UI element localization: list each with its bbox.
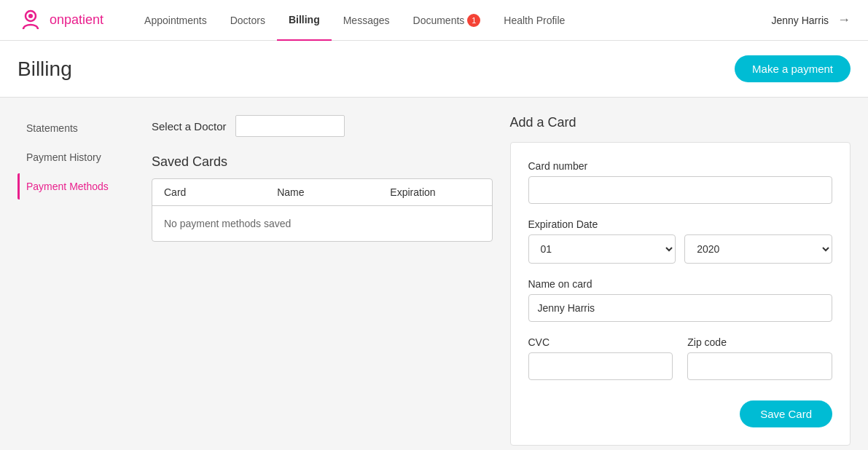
cards-table-empty: No payment methods saved [152,206,492,241]
save-card-button[interactable]: Save Card [740,400,832,427]
header-right: Jenny Harris → [771,12,851,28]
saved-cards-title: Saved Cards [152,154,493,170]
name-on-card-group: Name on card [528,278,833,322]
card-number-group: Card number [528,160,833,204]
content: Statements Payment History Payment Metho… [0,98,868,450]
card-number-input[interactable] [528,176,833,204]
left-panel: Select a Doctor Saved Cards Card Name Ex… [152,115,493,446]
expiration-group: Expiration Date 01 02 03 04 05 06 07 08 … [528,218,833,264]
user-name: Jenny Harris [771,15,829,26]
logo-icon [17,7,44,33]
cards-table: Card Name Expiration No payment methods … [152,178,493,242]
logout-icon[interactable]: → [837,12,851,28]
expiration-month-select[interactable]: 01 02 03 04 05 06 07 08 09 10 11 12 [528,234,676,264]
zip-code-label: Zip code [687,336,832,348]
cvc-zip-row: CVC Zip code [528,336,833,380]
documents-badge: 1 [467,14,480,27]
zip-code-input[interactable] [687,352,832,380]
make-payment-button[interactable]: Make a payment [735,55,851,82]
logo[interactable]: onpatient [17,7,103,33]
expiration-label: Expiration Date [528,218,833,230]
nav-documents[interactable]: Documents 1 [402,0,493,41]
zip-group: Zip code [687,336,832,380]
cvc-label: CVC [528,336,673,348]
cvc-zip-group: CVC Zip code [528,336,833,380]
col-expiration: Expiration [378,179,491,205]
nav-doctors[interactable]: Doctors [219,0,277,41]
sidebar-item-payment-methods[interactable]: Payment Methods [17,173,134,200]
main-content: Select a Doctor Saved Cards Card Name Ex… [152,115,851,446]
nav-health-profile[interactable]: Health Profile [492,0,576,41]
nav-billing[interactable]: Billing [277,0,332,41]
name-on-card-label: Name on card [528,278,833,290]
sidebar-item-statements[interactable]: Statements [17,115,134,141]
select-doctor-row: Select a Doctor [152,115,493,137]
sidebar-item-payment-history[interactable]: Payment History [17,144,134,170]
header: onpatient Appointments Doctors Billing M… [0,0,868,41]
add-card-form: Card number Expiration Date 01 02 03 04 … [510,142,851,446]
cvc-group: CVC [528,336,673,380]
save-card-row: Save Card [528,395,833,427]
expiration-year-select[interactable]: 2020 2021 2022 2023 2024 2025 2026 2027 … [684,234,832,264]
card-number-label: Card number [528,160,833,172]
page-header: Billing Make a payment [0,41,868,98]
sidebar: Statements Payment History Payment Metho… [17,115,134,446]
col-card: Card [152,179,265,205]
cards-table-header: Card Name Expiration [152,179,492,206]
main-nav: Appointments Doctors Billing Messages Do… [133,0,771,41]
nav-messages[interactable]: Messages [332,0,402,41]
svg-point-1 [28,14,33,18]
logo-text: onpatient [50,12,103,28]
right-panel: Add a Card Card number Expiration Date 0… [510,115,851,446]
add-card-title: Add a Card [510,115,851,130]
col-name: Name [265,179,378,205]
expiration-row: 01 02 03 04 05 06 07 08 09 10 11 12 [528,234,833,264]
cvc-input[interactable] [528,352,673,380]
select-doctor-label: Select a Doctor [152,120,227,133]
name-on-card-input[interactable] [528,294,833,322]
nav-appointments[interactable]: Appointments [133,0,219,41]
page-title: Billing [17,58,72,81]
select-doctor-input[interactable] [235,115,345,137]
